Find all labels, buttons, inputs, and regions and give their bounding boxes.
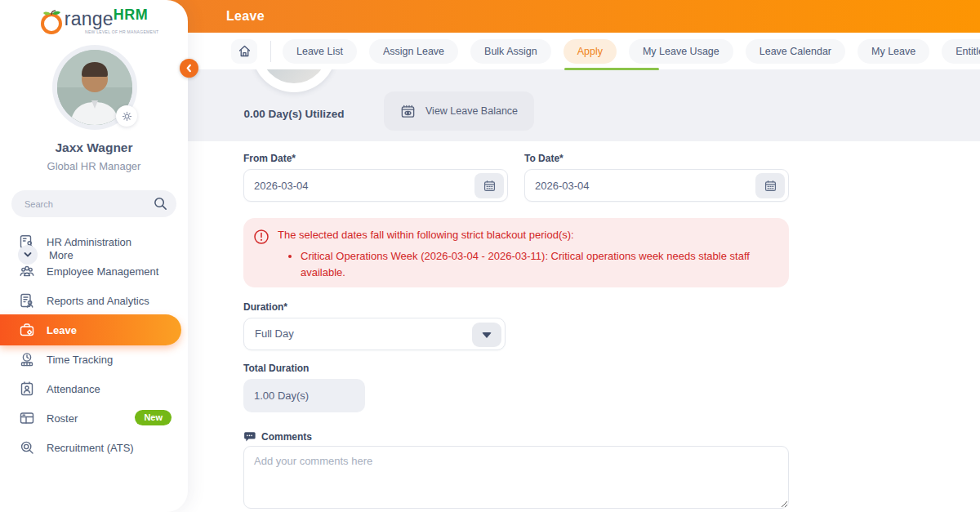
search-input[interactable] [24, 190, 147, 217]
sidebar-item-label: Leave [47, 324, 77, 336]
comments-textarea[interactable] [243, 446, 789, 509]
caret-down-icon [482, 332, 492, 338]
to-date-field [524, 169, 789, 202]
user-role: Global HR Manager [0, 160, 188, 172]
sidebar-item-label: More [49, 249, 74, 261]
profile-settings-button[interactable] [116, 105, 137, 127]
sidebar: range HRM NEW LEVEL OF HR MANAGEMENT Jax… [0, 0, 188, 512]
tab-bulk-assign[interactable]: Bulk Assign [470, 39, 551, 64]
leave-icon [18, 322, 35, 339]
duration-caret-button[interactable] [472, 323, 501, 347]
duration-label: Duration* [243, 301, 287, 313]
from-date-label: From Date* [243, 153, 296, 164]
home-icon [238, 44, 252, 58]
chevron-left-icon [185, 64, 194, 73]
leave-apply-page: Leave Leave List Assign Leave Bulk Assig… [0, 0, 980, 512]
tab-entitlements[interactable]: Entitlements [942, 39, 980, 64]
sidebar-collapse-button[interactable] [180, 59, 198, 78]
from-date-calendar-button[interactable] [474, 173, 504, 198]
orange-fruit-icon [40, 8, 65, 34]
tab-my-leave-usage[interactable]: My Leave Usage [629, 39, 733, 64]
user-name: Jaxx Wagner [0, 140, 188, 155]
alert-icon [253, 229, 270, 245]
gear-icon [121, 110, 133, 122]
from-date-input[interactable] [254, 170, 458, 201]
duration-selected-value: Full Day [255, 327, 294, 340]
search-icon[interactable] [153, 196, 168, 211]
nav-divider [270, 41, 271, 62]
tab-label: My Leave [871, 39, 915, 64]
reports-analytics-icon [18, 292, 35, 309]
leave-balance-image [252, 69, 336, 92]
employee-management-icon [18, 263, 35, 280]
new-badge: New [135, 410, 172, 425]
sidebar-item-roster[interactable]: Roster New [0, 403, 188, 433]
calendar-icon [483, 179, 497, 193]
sidebar-item-label: Employee Management [47, 265, 158, 278]
comments-label: Comments [261, 431, 312, 443]
tab-label: Leave Calendar [760, 39, 831, 64]
comment-bubble-icon [243, 430, 256, 443]
tab-label: My Leave Usage [643, 39, 719, 64]
sidebar-item-leave[interactable]: Leave [0, 314, 181, 345]
blackout-error-banner: The selected dates fall within following… [243, 218, 789, 287]
duration-select[interactable]: Full Day [243, 318, 506, 350]
total-duration-label: Total Duration [243, 363, 309, 374]
tab-label: Entitlements [956, 39, 980, 64]
logo-text-hrm: HRM [114, 7, 149, 24]
days-utilized-text: 0.00 Day(s) Utilized [216, 108, 372, 120]
tab-label: Bulk Assign [484, 39, 537, 64]
sidebar-item-label: Reports and Analytics [47, 295, 149, 307]
home-button[interactable] [231, 39, 257, 64]
from-date-field [243, 169, 508, 202]
comments-header: Comments [243, 430, 312, 443]
sidebar-search [11, 190, 176, 217]
tab-label: Leave List [296, 39, 343, 64]
attendance-icon [18, 381, 35, 398]
view-leave-balance-button[interactable]: View Leave Balance [384, 91, 534, 131]
roster-icon [18, 410, 35, 427]
sidebar-item-recruitment-ats[interactable]: Recruitment (ATS) [0, 433, 188, 462]
tab-my-leave[interactable]: My Leave [858, 39, 929, 64]
blackout-error-item: Critical Operations Week (2026-03-04 - 2… [301, 248, 774, 281]
view-leave-balance-label: View Leave Balance [425, 105, 518, 117]
tab-assign-leave[interactable]: Assign Leave [369, 39, 458, 64]
tab-leave-calendar[interactable]: Leave Calendar [746, 39, 845, 64]
leave-tab-bar: Leave List Assign Leave Bulk Assign Appl… [188, 33, 980, 69]
tab-leave-list[interactable]: Leave List [283, 39, 357, 64]
sidebar-item-label: Time Tracking [47, 354, 113, 366]
blackout-error-title: The selected dates fall within following… [278, 229, 774, 243]
leave-balance-photo [261, 69, 327, 83]
time-tracking-icon [18, 351, 35, 368]
tab-label: Apply [577, 39, 603, 64]
sidebar-item-label: Recruitment (ATS) [47, 442, 134, 454]
user-avatar[interactable] [57, 50, 132, 125]
to-date-calendar-button[interactable] [755, 173, 785, 198]
to-date-input[interactable] [535, 170, 739, 201]
sidebar-item-attendance[interactable]: Attendance [0, 374, 188, 403]
more-chevron-circle [18, 245, 38, 265]
leave-balance-strip: 0.00 Day(s) Utilized View Leave Balance [188, 69, 980, 141]
sidebar-item-label: Roster [47, 412, 78, 425]
logo-tagline: NEW LEVEL OF HR MANAGEMENT [85, 29, 158, 34]
recruitment-icon [18, 439, 35, 456]
logo-text-range: range [65, 7, 114, 31]
to-date-label: To Date* [524, 153, 564, 164]
sidebar-item-reports-analytics[interactable]: Reports and Analytics [0, 286, 188, 315]
blackout-error-list: Critical Operations Week (2026-03-04 - 2… [289, 248, 774, 281]
page-title: Leave [226, 0, 265, 33]
sidebar-item-time-tracking[interactable]: Time Tracking [0, 345, 188, 374]
tab-apply[interactable]: Apply [564, 39, 617, 64]
calendar-icon [764, 179, 777, 193]
tab-label: Assign Leave [383, 39, 444, 64]
total-duration-value: 1.00 Day(s) [243, 379, 365, 412]
calendar-eye-icon [400, 104, 416, 119]
sidebar-item-label: Attendance [47, 383, 100, 395]
sidebar-item-more[interactable]: More [18, 245, 74, 265]
chevron-down-icon [23, 250, 33, 260]
